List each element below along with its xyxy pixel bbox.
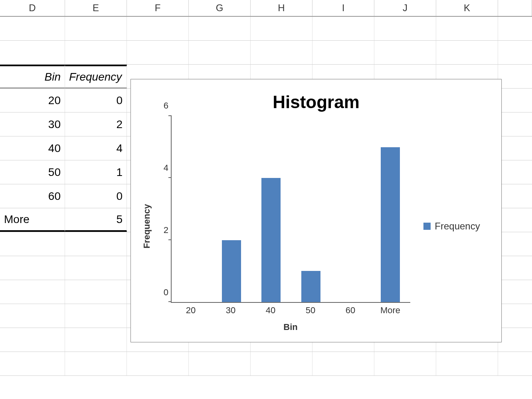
chart-title: Histogram: [139, 92, 493, 112]
spreadsheet-row[interactable]: [0, 352, 532, 376]
column-header[interactable]: F: [127, 0, 189, 16]
chart-ytick: 4: [164, 163, 168, 173]
table-header-frequency[interactable]: Frequency: [65, 65, 127, 88]
column-header[interactable]: J: [374, 0, 436, 16]
histogram-chart[interactable]: Histogram Frequency 0246 2030405060More …: [131, 79, 502, 342]
cell[interactable]: [0, 280, 65, 304]
chart-ylabel: Frequency: [142, 204, 152, 248]
column-header[interactable]: H: [251, 0, 312, 16]
cell[interactable]: [498, 280, 532, 304]
cell[interactable]: [189, 41, 251, 64]
chart-plot-area: [171, 116, 410, 303]
cell-frequency[interactable]: 1: [65, 160, 127, 184]
cell[interactable]: [0, 17, 65, 40]
cell[interactable]: [127, 352, 189, 375]
chart-ytick: 2: [164, 225, 168, 235]
cell-bin[interactable]: 50: [0, 160, 65, 184]
cell[interactable]: [374, 352, 436, 375]
column-header[interactable]: E: [65, 0, 127, 16]
cell[interactable]: [374, 17, 436, 40]
chart-xaxis-ticks: 2030405060More: [155, 303, 410, 319]
cell[interactable]: [498, 256, 532, 280]
cell[interactable]: [0, 328, 65, 352]
cell[interactable]: [498, 328, 532, 352]
cell-frequency[interactable]: 5: [65, 208, 127, 232]
legend-label: Frequency: [435, 221, 480, 232]
cell[interactable]: [312, 41, 374, 64]
chart-ytick: 6: [164, 101, 168, 111]
spreadsheet-row[interactable]: [0, 41, 532, 65]
cell[interactable]: [498, 17, 532, 40]
cell[interactable]: [0, 256, 65, 280]
cell[interactable]: [65, 256, 127, 280]
spreadsheet-row[interactable]: [0, 17, 532, 41]
cell[interactable]: [498, 136, 532, 160]
cell-frequency[interactable]: 0: [65, 89, 127, 112]
cell[interactable]: [0, 232, 65, 256]
cell[interactable]: [498, 113, 532, 136]
column-header[interactable]: G: [189, 0, 251, 16]
cell-bin[interactable]: 60: [0, 184, 65, 208]
cell[interactable]: [65, 352, 127, 375]
cell[interactable]: [436, 352, 498, 375]
cell[interactable]: [65, 280, 127, 304]
column-header-spacer: [498, 0, 532, 16]
cell[interactable]: [65, 17, 127, 40]
cell[interactable]: [498, 304, 532, 328]
chart-bar: [301, 271, 320, 302]
chart-xtick: 60: [330, 303, 370, 319]
cell-bin[interactable]: More: [0, 208, 65, 232]
cell[interactable]: [498, 160, 532, 184]
cell[interactable]: [498, 65, 532, 88]
cell[interactable]: [436, 17, 498, 40]
cell[interactable]: [65, 328, 127, 352]
chart-xtick: 30: [211, 303, 251, 319]
chart-bar: [261, 178, 281, 302]
cell[interactable]: [498, 89, 532, 112]
cell[interactable]: [498, 232, 532, 256]
cell[interactable]: [312, 17, 374, 40]
chart-bar: [222, 240, 241, 302]
cell[interactable]: [189, 352, 251, 375]
cell[interactable]: [498, 208, 532, 232]
cell[interactable]: [436, 41, 498, 64]
cell-bin[interactable]: 30: [0, 113, 65, 136]
chart-xtick: 20: [171, 303, 211, 319]
cell[interactable]: [0, 352, 65, 375]
cell[interactable]: [189, 17, 251, 40]
table-header-bin[interactable]: Bin: [0, 65, 65, 88]
cell-bin[interactable]: 20: [0, 89, 65, 112]
column-header[interactable]: D: [0, 0, 65, 16]
chart-xlabel: Bin: [155, 319, 410, 336]
cell[interactable]: [312, 352, 374, 375]
column-header[interactable]: K: [436, 0, 498, 16]
chart-xtick: 40: [251, 303, 291, 319]
cell-bin[interactable]: 40: [0, 136, 65, 160]
chart-yaxis: 0246: [155, 116, 171, 303]
column-header-row: D E F G H I J K: [0, 0, 532, 17]
chart-xtick: 50: [291, 303, 330, 319]
cell[interactable]: [498, 41, 532, 64]
chart-xtick: More: [370, 303, 410, 319]
cell-frequency[interactable]: 0: [65, 184, 127, 208]
cell[interactable]: [498, 352, 532, 375]
legend-swatch-icon: [423, 223, 431, 230]
chart-bar: [381, 147, 400, 302]
chart-legend: Frequency: [423, 221, 480, 232]
cell[interactable]: [127, 41, 189, 64]
cell[interactable]: [127, 17, 189, 40]
cell[interactable]: [498, 184, 532, 208]
cell[interactable]: [251, 352, 312, 375]
cell-frequency[interactable]: 4: [65, 136, 127, 160]
column-header[interactable]: I: [312, 0, 374, 16]
cell[interactable]: [65, 304, 127, 328]
cell[interactable]: [0, 41, 65, 64]
cell[interactable]: [0, 304, 65, 328]
cell[interactable]: [251, 17, 312, 40]
cell[interactable]: [65, 232, 127, 256]
cell-frequency[interactable]: 2: [65, 113, 127, 136]
chart-ytick: 0: [164, 287, 168, 298]
cell[interactable]: [374, 41, 436, 64]
cell[interactable]: [251, 41, 312, 64]
cell[interactable]: [65, 41, 127, 64]
